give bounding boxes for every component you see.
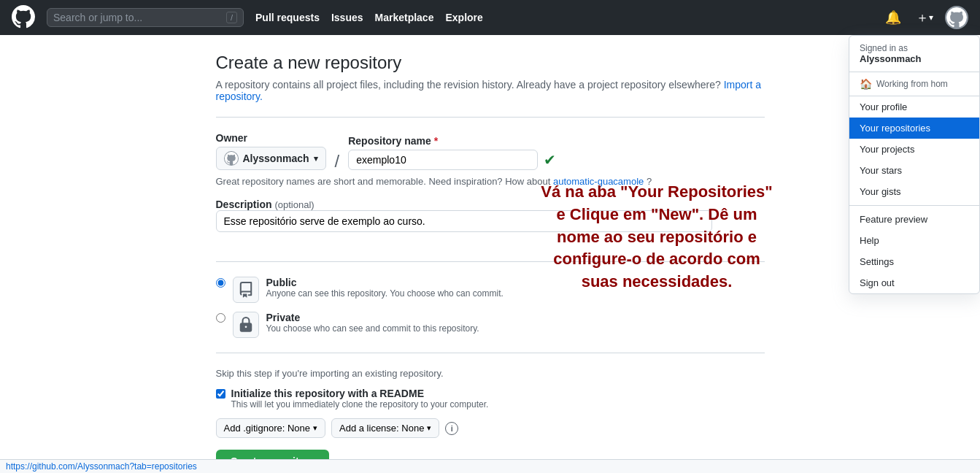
public-radio[interactable] — [216, 278, 225, 288]
license-button[interactable]: Add a license: None ▾ — [331, 418, 439, 438]
search-input[interactable] — [53, 12, 223, 23]
license-label: Add a license: None — [339, 423, 424, 434]
required-indicator: * — [434, 135, 438, 147]
readme-desc: This will let you immediately clone the … — [231, 399, 489, 409]
nav-marketplace[interactable]: Marketplace — [375, 12, 434, 23]
slash-separator: / — [332, 153, 343, 170]
readme-content: Initialize this repository with a README… — [231, 388, 489, 409]
notifications-button[interactable]: 🔔 — [882, 9, 904, 26]
section-divider-2 — [216, 261, 765, 262]
dropdown-feature-preview[interactable]: Feature preview — [849, 209, 979, 230]
repo-name-label: Repository name * — [348, 135, 556, 147]
public-option: Public Anyone can see this repository. Y… — [216, 277, 765, 303]
search-bar[interactable]: / — [47, 8, 244, 27]
owner-caret-icon: ▾ — [314, 154, 318, 164]
status-bar: https://github.com/Alyssonmach?tab=repos… — [0, 459, 980, 473]
public-desc: Anyone can see this repository. You choo… — [266, 288, 503, 299]
suggestion-link[interactable]: automatic-guacamole — [553, 176, 644, 187]
private-icon — [233, 312, 259, 338]
owner-label: Owner — [216, 132, 326, 144]
description-label: Description (optional) — [216, 199, 765, 210]
private-title: Private — [266, 312, 479, 323]
dropdown-your-repositories[interactable]: Your repositories — [849, 118, 979, 139]
working-from-home-badge: 🏠 Working from hom — [849, 72, 979, 96]
github-logo[interactable] — [12, 5, 35, 31]
main-content: Create a new repository A repository con… — [198, 35, 782, 473]
public-icon — [233, 277, 259, 303]
navbar: / Pull requests Issues Marketplace Explo… — [0, 0, 980, 35]
description-input[interactable] — [216, 210, 712, 232]
description-group: Description (optional) — [216, 199, 765, 210]
gitignore-caret-icon: ▾ — [313, 423, 317, 433]
nav-explore[interactable]: Explore — [445, 12, 482, 23]
dropdown-divider-1 — [849, 205, 979, 206]
caret-icon: ▾ — [929, 12, 933, 23]
valid-check-icon: ✔ — [544, 151, 556, 169]
page-title: Create a new repository — [216, 53, 765, 73]
user-avatar[interactable] — [945, 6, 968, 29]
dropdown-your-projects[interactable]: Your projects — [849, 139, 979, 160]
nav-pull-requests[interactable]: Pull requests — [255, 12, 320, 23]
info-icon[interactable]: i — [445, 422, 458, 435]
skip-text: Skip this step if you're importing an ex… — [216, 368, 765, 379]
owner-name: Alyssonmach — [243, 153, 309, 164]
private-content: Private You choose who can see and commi… — [266, 312, 479, 334]
create-new-button[interactable]: ＋ ▾ — [913, 9, 936, 26]
owner-group: Owner Alyssonmach ▾ — [216, 132, 326, 170]
dropdown-username: Alyssonmach — [860, 53, 969, 64]
public-title: Public — [266, 277, 503, 288]
private-radio[interactable] — [216, 313, 225, 323]
owner-avatar — [224, 151, 239, 166]
section-divider-3 — [216, 353, 765, 353]
dropdown-your-gists[interactable]: Your gists — [849, 181, 979, 202]
owner-select[interactable]: Alyssonmach ▾ — [216, 147, 326, 170]
signed-in-label: Signed in as — [860, 43, 908, 53]
nav-links: Pull requests Issues Marketplace Explore — [255, 12, 882, 23]
gitignore-label: Add .gitignore: None — [224, 423, 311, 434]
plus-icon: ＋ — [916, 9, 929, 26]
dropdown-your-profile[interactable]: Your profile — [849, 96, 979, 118]
repo-name-input[interactable] — [348, 150, 538, 170]
bell-icon: 🔔 — [885, 9, 901, 26]
dropdown-help[interactable]: Help — [849, 230, 979, 251]
gitignore-button[interactable]: Add .gitignore: None ▾ — [216, 418, 326, 438]
user-dropdown-menu: Signed in as Alyssonmach 🏠 Working from … — [849, 35, 980, 294]
private-option: Private You choose who can see and commi… — [216, 312, 765, 338]
dropdown-header: Signed in as Alyssonmach — [849, 36, 979, 72]
license-caret-icon: ▾ — [427, 423, 431, 433]
keyboard-shortcut: / — [226, 12, 237, 23]
dropdown-settings[interactable]: Settings — [849, 251, 979, 272]
private-desc: You choose who can see and commit to thi… — [266, 323, 479, 334]
dropdown-sign-out[interactable]: Sign out — [849, 272, 979, 293]
page-subtitle: A repository contains all project files,… — [216, 79, 765, 102]
readme-checkbox[interactable] — [216, 389, 225, 399]
repo-name-hint: Great repository names are short and mem… — [216, 176, 765, 187]
navbar-actions: 🔔 ＋ ▾ — [882, 6, 968, 29]
house-icon: 🏠 — [860, 78, 872, 90]
dropdown-your-stars[interactable]: Your stars — [849, 160, 979, 181]
extras-row: Add .gitignore: None ▾ Add a license: No… — [216, 418, 765, 438]
readme-label: Initialize this repository with a README — [231, 388, 489, 399]
status-url: https://github.com/Alyssonmach?tab=repos… — [6, 461, 197, 472]
owner-repo-row: Owner Alyssonmach ▾ / Repository name * — [216, 132, 765, 170]
working-label: Working from hom — [876, 79, 948, 89]
section-divider-1 — [216, 117, 765, 118]
repo-name-group: Repository name * ✔ — [348, 135, 556, 170]
nav-issues[interactable]: Issues — [331, 12, 363, 23]
readme-row: Initialize this repository with a README… — [216, 388, 765, 409]
optional-label: (optional) — [274, 199, 314, 210]
public-content: Public Anyone can see this repository. Y… — [266, 277, 503, 299]
